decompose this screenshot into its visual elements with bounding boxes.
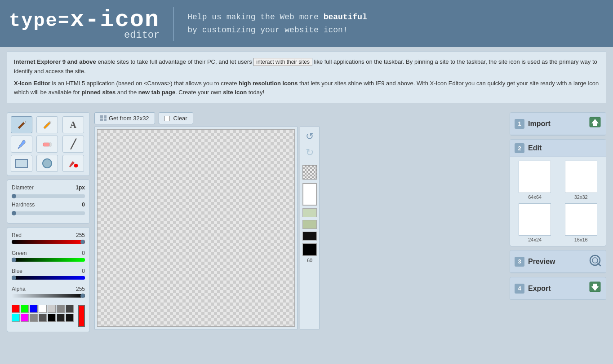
swatch-gray3[interactable] <box>39 314 47 322</box>
tool-eraser[interactable] <box>36 136 58 153</box>
export-section: 4 Export <box>510 277 606 300</box>
line-tool-icon: ╱ <box>71 139 76 149</box>
preview-24-box[interactable] <box>519 203 551 236</box>
green-slider[interactable] <box>12 258 85 262</box>
blue-label: Blue <box>12 268 22 274</box>
tool-circle[interactable] <box>36 155 58 172</box>
opacity-value: 60 <box>307 258 312 263</box>
swatch-black2[interactable] <box>57 314 65 322</box>
tool-rect[interactable] <box>11 155 32 172</box>
current-color[interactable] <box>78 305 85 327</box>
export-icon[interactable] <box>589 281 601 296</box>
swatch-black[interactable] <box>48 314 56 322</box>
red-slider[interactable] <box>12 240 85 244</box>
info-box: Internet Explorer 9 and above enable sit… <box>7 52 606 103</box>
slider-panel: Diameter 1px Hardness 0 <box>7 180 90 224</box>
svg-point-5 <box>592 258 598 263</box>
blue-slider[interactable] <box>12 276 85 280</box>
info-bold2: X-Icon Editor <box>14 80 50 87</box>
tool-eraser-pencil[interactable] <box>36 116 58 133</box>
edit-title: Edit <box>528 144 601 152</box>
preview-32: 32x32 <box>560 161 603 200</box>
get-from-32x32-button[interactable]: Get from 32x32 <box>94 112 155 124</box>
text-tool-icon: A <box>70 120 76 130</box>
edit-num: 2 <box>515 143 524 153</box>
info-bold1: Internet Explorer 9 and above <box>14 58 96 65</box>
edit-header: 2 Edit <box>510 140 606 157</box>
color-strip-black <box>302 232 317 241</box>
tagline-line1: Help us making the Web more beautiful <box>187 11 367 24</box>
tool-grid: A ╱ <box>7 112 90 176</box>
rect-icon <box>15 159 28 168</box>
white-swatch[interactable] <box>302 183 317 206</box>
tool-strip: ↺ ↻ 60 <box>300 127 320 329</box>
import-icon[interactable] <box>589 116 601 131</box>
color-strip-2 <box>302 220 317 229</box>
blue-slider-row: Blue 0 <box>12 268 85 283</box>
circle-icon <box>42 158 52 168</box>
clear-button[interactable]: Clear <box>159 112 193 124</box>
alpha-label: Alpha <box>12 286 26 292</box>
preview-64: 64x64 <box>514 161 556 200</box>
info-highlight: interact with their sites <box>253 58 312 66</box>
swatch-red[interactable] <box>12 305 20 313</box>
swatch-gray2[interactable] <box>30 314 38 322</box>
preview-64-box[interactable] <box>519 161 551 193</box>
swatch-cyan[interactable] <box>12 314 20 322</box>
canvas-toolbar: Get from 32x32 Clear <box>94 112 505 124</box>
preview-32-box[interactable] <box>565 161 597 193</box>
svg-rect-0 <box>43 143 49 146</box>
green-value: 0 <box>82 250 85 256</box>
red-label: Red <box>12 232 22 238</box>
tool-fill[interactable] <box>62 155 84 172</box>
swatch-grid <box>12 305 74 322</box>
alpha-slider[interactable] <box>12 294 85 298</box>
tool-text[interactable]: A <box>62 116 84 133</box>
redo-button[interactable]: ↻ <box>302 145 317 160</box>
tool-pencil[interactable] <box>11 116 32 133</box>
preview-title: Preview <box>528 258 585 266</box>
diameter-slider[interactable] <box>12 194 85 198</box>
preview-icon[interactable] <box>589 254 601 269</box>
swatch-blue[interactable] <box>30 305 38 313</box>
app-logo: type=x-icon editor <box>9 7 174 41</box>
swatch-black3[interactable] <box>66 314 74 322</box>
swatch-mgray[interactable] <box>57 305 65 313</box>
tool-line[interactable]: ╱ <box>62 136 84 153</box>
diameter-value: 1px <box>76 184 85 191</box>
green-slider-row: Green 0 <box>12 250 85 265</box>
swatch-lgray[interactable] <box>48 305 56 313</box>
left-panel: A ╱ Diameter 1px <box>7 112 90 332</box>
edit-section: 2 Edit 64x64 32x32 24x24 <box>510 139 606 246</box>
info-para2: X-Icon Editor is an HTML5 application (b… <box>14 79 599 98</box>
preview-32-label: 32x32 <box>574 194 588 200</box>
current-color-strip[interactable] <box>302 243 317 256</box>
color-panel: Red 255 Green 0 Blue 0 <box>7 227 90 332</box>
right-panel: 1 Import 2 Edit 64x64 <box>510 112 606 332</box>
preview-16-label: 16x16 <box>574 237 588 242</box>
preview-24: 24x24 <box>514 203 556 242</box>
header-tagline: Help us making the Web more beautiful by… <box>187 11 367 37</box>
drawing-canvas[interactable] <box>97 129 295 327</box>
get-icon <box>100 115 107 122</box>
alpha-value: 255 <box>76 286 85 292</box>
swatches-area <box>12 305 85 327</box>
diameter-row: Diameter 1px <box>12 184 85 191</box>
preview-16-box[interactable] <box>565 203 597 236</box>
swatch-magenta[interactable] <box>21 314 29 322</box>
red-slider-row: Red 255 <box>12 232 85 247</box>
hardness-value: 0 <box>82 202 85 208</box>
swatch-green[interactable] <box>21 305 29 313</box>
alpha-slider-row: Alpha 255 <box>12 286 85 301</box>
swatch-white[interactable] <box>39 305 47 313</box>
preview-num: 3 <box>515 257 524 267</box>
logo-xicon: x-icon <box>70 7 160 33</box>
hardness-row: Hardness 0 <box>12 202 85 208</box>
main-area: A ╱ Diameter 1px <box>0 108 613 337</box>
app-header: type=x-icon editor Help us making the We… <box>0 0 613 47</box>
undo-button[interactable]: ↺ <box>302 129 317 144</box>
export-title: Export <box>528 285 585 293</box>
tool-eyedropper[interactable] <box>11 136 32 153</box>
hardness-slider[interactable] <box>12 211 85 215</box>
swatch-dgray[interactable] <box>66 305 74 313</box>
